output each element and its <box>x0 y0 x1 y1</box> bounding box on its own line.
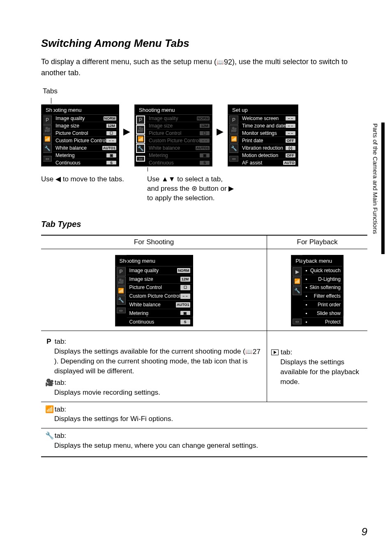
play-tab-desc: Displays the settings available for the … <box>271 357 363 386</box>
setup-tab-block: 🔧 tab: Displays the setup menu, where yo… <box>45 431 363 451</box>
menu-item-label: Picture Control <box>129 284 162 291</box>
caption-1: Use ◀ to move to the tabs. <box>41 175 130 184</box>
menu-item-label: Skin softening <box>310 284 341 291</box>
tab-wifi-icon: 📶 <box>43 134 52 143</box>
menu-item: ▪Skin softening <box>303 284 343 292</box>
intro-text: To display a different menu, such as the… <box>41 56 367 78</box>
tab-wifi-icon: 📶 <box>117 286 126 295</box>
tab-types-table: For Shooting For Playback Shooting menu … <box>41 235 367 457</box>
play-tab-block: tab: Displays the settings available for… <box>271 347 363 386</box>
menu-item-value: 12M <box>106 124 116 128</box>
wifi-tab-block: 📶 tab: Displays the settings for Wi-Fi o… <box>45 405 363 424</box>
menu-item-value: AUTO <box>283 161 295 165</box>
screen-playback-sample: Playback menu ▶ 📶 🔧 ▭ ▪Quick retouch▪D-L… <box>291 255 344 326</box>
menu-items: Image qualityNORMImage size12MPicture Co… <box>146 115 212 166</box>
tab-label: tab: <box>53 338 66 345</box>
tab-bottom-icon: ▭ <box>117 308 126 313</box>
p-desc-b: ). <box>54 357 58 365</box>
menu-item-value: 12M <box>200 124 210 128</box>
tab-movie-icon: 🎥 <box>136 125 145 134</box>
p-tab-block: P tab: Displays the settings available f… <box>45 337 263 376</box>
menu-item-value: – – <box>286 124 295 128</box>
item-icon: ▪ <box>305 276 307 283</box>
menu-item: Print dateOFF <box>240 137 298 144</box>
menu-item-value: – – <box>180 294 190 299</box>
menu-item-value: S <box>180 319 190 325</box>
menu-item: Picture Control☐ <box>53 130 119 137</box>
p-desc-a: Displays the settings available for the … <box>54 347 245 355</box>
menu-item-value: NORM <box>104 116 117 120</box>
th-playback: For Playback <box>267 235 367 249</box>
side-icons: P 🎥 📶 🔧 ▭ <box>135 115 146 166</box>
menu-item: ▪D-Lighting <box>303 275 343 284</box>
screen-setup: Set up P 🎥 📶 🔧 ▭ Welcome screen– –Time z… <box>228 104 298 167</box>
menu-item-label: Custom Picture Control <box>55 138 106 143</box>
menu-item-label: AF assist <box>242 160 262 166</box>
menu-item-value: AUTO1 <box>196 146 210 150</box>
menu-item: Metering▣ <box>127 309 193 318</box>
menu-item-label: Welcome screen <box>242 116 279 121</box>
side-chapter-text: Parts of the Camera and Main Functions <box>372 123 379 234</box>
ok-glyph: ⊛ <box>191 185 197 192</box>
tab-p-icon: P <box>136 116 145 125</box>
menu-item-label: Image quality <box>129 267 159 274</box>
menu-item-value: OFF <box>286 139 295 143</box>
menu-title: Shooting menu <box>134 104 212 115</box>
tab-bottom-icon: ▭ <box>229 156 238 162</box>
item-icon: ▪ <box>305 293 307 300</box>
menu-screens-row: Shooting menu P 🎥 📶 🔧 ▭ Image qualityNOR… <box>41 104 367 167</box>
menu-item-value: ☐ <box>106 131 116 135</box>
menu-item: Vibration reduction(▪) <box>240 144 298 152</box>
menu-items: ▪Quick retouch▪D-Lighting▪Skin softening… <box>303 266 343 326</box>
menu-item: Image qualityNORM <box>53 115 119 122</box>
menu-item-value: – – <box>106 139 116 143</box>
menu-item: Custom Picture Control– – <box>146 137 212 144</box>
tab-p-icon: P <box>43 116 52 125</box>
menu-item: AF assistAUTO <box>240 159 298 166</box>
menu-item-label: Image size <box>55 123 79 129</box>
menu-item-value: NORM <box>197 116 210 120</box>
tab-setup-icon: 🔧 <box>43 144 52 153</box>
menu-item: Motion detectionOFF <box>240 152 298 159</box>
menu-item: White balanceAUTO1 <box>127 301 193 309</box>
menu-item-label: Image quality <box>55 116 85 121</box>
menu-item-value: ▣ <box>200 153 210 157</box>
menu-item: ▪Slide show <box>303 309 343 318</box>
side-icons: P 🎥 📶 🔧 ▭ <box>42 115 53 166</box>
menu-item-label: White balance <box>55 145 87 151</box>
menu-item-value: ▣ <box>106 153 116 157</box>
menu-item-value: 12M <box>180 277 190 282</box>
menu-title: Playback menu <box>291 255 344 266</box>
menu-item-label: Vibration reduction <box>242 145 283 151</box>
menu-item-label: Image size <box>149 123 173 129</box>
item-icon: ▪ <box>305 267 307 274</box>
movie-tab-desc: Displays movie recording settings. <box>45 388 263 398</box>
tab-p-icon: P <box>117 267 126 276</box>
tab-bottom-icon: ▭ <box>136 156 145 162</box>
menu-item-value: S <box>200 161 210 165</box>
intro-a: To display a different menu, such as the… <box>41 58 217 66</box>
menu-item: Image size12M <box>127 275 193 284</box>
movie-tab-block: 🎥 tab: Displays movie recording settings… <box>45 378 263 398</box>
menu-item: ContinuousS <box>53 159 119 166</box>
menu-item-label: Picture Control <box>55 130 88 136</box>
menu-item: ContinuousS <box>127 318 193 326</box>
tab-setup-icon: 🔧 <box>229 144 238 153</box>
menu-item-label: Print order <box>318 301 341 308</box>
menu-item-label: Quick retouch <box>310 267 341 274</box>
menu-item-label: Picture Control <box>149 130 181 136</box>
item-icon: ▪ <box>305 284 307 291</box>
side-icons: ▶ 📶 🔧 ▭ <box>291 266 303 326</box>
menu-item-label: Metering <box>129 310 149 317</box>
screen-shooting-2: Shooting menu P 🎥 📶 🔧 ▭ Image qualityNOR… <box>134 104 212 167</box>
page-heading: Switching Among Menu Tabs <box>41 37 367 50</box>
menu-item-value: – – <box>286 131 295 135</box>
screen-shooting-sample: Shooting menu P 🎥 📶 🔧 ▭ Image qualityNOR… <box>115 255 193 326</box>
menu-item: ▪Protect <box>303 318 343 326</box>
book-icon: 📖 <box>245 348 252 356</box>
caption-2: Use ▲▼ to select a tab, and press the ⊛ … <box>147 175 236 203</box>
menu-item-value: OFF <box>286 153 295 157</box>
menu-item-label: Custom Picture Control <box>149 138 200 143</box>
page-number: 9 <box>362 525 367 538</box>
menu-title: Set up <box>228 104 298 115</box>
